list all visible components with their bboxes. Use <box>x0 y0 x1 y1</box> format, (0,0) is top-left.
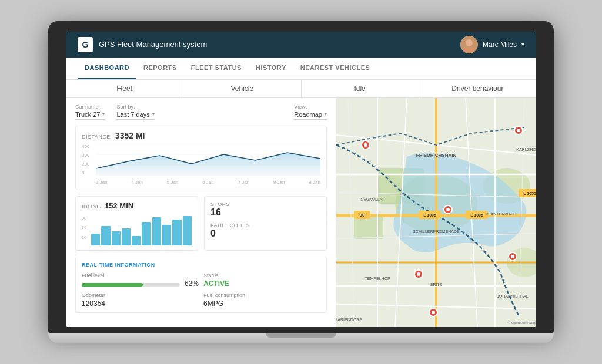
svg-text:NEUKÖLLN: NEUKÖLLN <box>360 197 383 201</box>
chevron-down-icon: ▾ <box>521 41 524 48</box>
tab-vehicle[interactable]: Vehicle <box>183 80 301 97</box>
sort-select[interactable]: Last 7 days ▾ <box>116 111 154 120</box>
status-item: Status ACTIVE <box>203 272 320 288</box>
app-logo: G <box>78 37 93 52</box>
svg-point-37 <box>511 255 514 258</box>
fuel-pct-value: 62% <box>185 279 199 288</box>
odometer-value: 120354 <box>82 299 199 308</box>
avatar <box>460 36 478 53</box>
car-name-filter: Car name: Truck 27 ▾ <box>75 104 105 120</box>
svg-text:96: 96 <box>360 213 365 218</box>
chart-y-labels: 400 300 200 0 <box>82 144 95 176</box>
bar <box>132 236 141 245</box>
svg-text:L 1005: L 1005 <box>423 213 436 217</box>
idling-label: IDLING <box>82 204 101 210</box>
tab-driver-behaviour[interactable]: Driver behaviour <box>419 80 536 97</box>
nav-fleet-status[interactable]: FLEET STATUS <box>184 57 249 79</box>
realtime-section: REAL-TIME INFORMATION Fuel level 62% <box>75 257 327 313</box>
view-value: Roadmap <box>294 111 322 118</box>
fuel-progress-bar <box>82 283 180 287</box>
svg-text:L 1005: L 1005 <box>470 213 483 217</box>
bar <box>172 220 181 245</box>
user-name-label: Marc Miles <box>483 41 517 49</box>
nav-dashboard[interactable]: DASHBOARD <box>78 57 136 79</box>
realtime-title: REAL-TIME INFORMATION <box>82 262 320 268</box>
status-label: Status <box>203 272 320 278</box>
tab-idle[interactable]: Idle <box>302 80 419 97</box>
fault-codes-value: 0 <box>210 228 320 239</box>
fault-codes-label: FAULT CODES <box>210 223 320 228</box>
bar <box>152 217 161 245</box>
map-svg: 96 L 1005 L 1005 L 1055 FRIEDRICHSHAIN <box>336 98 536 327</box>
laptop-container: G GPS Fleet Management system Marc Miles… <box>48 21 554 343</box>
bar <box>112 231 121 245</box>
stats-row: IDLING 152 MIN 30 20 10 <box>75 196 327 251</box>
stops-section: STOPS 16 FAULT CODES 0 <box>204 196 327 251</box>
view-caret-icon: ▾ <box>325 112 327 117</box>
stops-label: STOPS <box>210 201 320 207</box>
svg-text:© OpenStreetMap: © OpenStreetMap <box>508 321 536 325</box>
distance-value: 3352 MI <box>115 131 145 140</box>
stops-item: STOPS 16 <box>210 201 320 218</box>
svg-point-33 <box>446 208 450 211</box>
user-section[interactable]: Marc Miles ▾ <box>460 36 524 53</box>
svg-text:PLANTERWALD: PLANTERWALD <box>486 212 516 216</box>
tab-fleet[interactable]: Fleet <box>66 80 183 97</box>
svg-text:KARLSHORST: KARLSHORST <box>516 147 536 151</box>
sort-label: Sort by: <box>116 104 154 110</box>
idling-value: 152 MIN <box>105 201 133 210</box>
fuel-consumption-value: 6MPG <box>203 299 320 308</box>
status-value: ACTIVE <box>203 279 320 288</box>
chart-svg-area <box>96 144 320 176</box>
svg-point-1 <box>466 39 473 46</box>
svg-point-31 <box>517 129 520 132</box>
bar <box>101 226 110 245</box>
distance-label: DISTANCE <box>82 134 111 140</box>
svg-text:L 1055: L 1055 <box>523 191 536 196</box>
laptop-screen: G GPS Fleet Management system Marc Miles… <box>66 32 536 327</box>
svg-text:SCHILLERPROMENADE: SCHILLERPROMENADE <box>413 230 460 234</box>
odometer-item: Odometer 120354 <box>82 292 199 308</box>
svg-text:JOHANNISTHAL: JOHANNISTHAL <box>497 294 528 298</box>
fuel-consumption-item: Fuel consumption 6MPG <box>203 292 320 308</box>
nav-nearest-vehicles[interactable]: NEAREST VEHICLES <box>293 57 377 79</box>
svg-point-29 <box>364 143 367 147</box>
svg-text:TEMPELHOF: TEMPELHOF <box>365 277 390 281</box>
distance-chart-section: DISTANCE 3352 MI 400 300 200 0 <box>75 126 327 190</box>
left-panel: Car name: Truck 27 ▾ Sort by: Last 7 day… <box>66 98 336 327</box>
car-name-caret-icon: ▾ <box>102 112 105 117</box>
laptop-base <box>48 333 554 343</box>
fuel-progress-fill <box>82 283 143 287</box>
chart-header: DISTANCE 3352 MI <box>82 131 320 140</box>
car-name-value: Truck 27 <box>75 111 100 118</box>
main-content: Car name: Truck 27 ▾ Sort by: Last 7 day… <box>66 98 536 327</box>
app-header: G GPS Fleet Management system Marc Miles… <box>66 32 536 58</box>
view-select[interactable]: Roadmap ▾ <box>294 111 327 120</box>
bar <box>91 234 100 245</box>
app-title: GPS Fleet Management system <box>99 40 460 49</box>
fuel-level-label: Fuel level <box>82 272 199 278</box>
svg-point-35 <box>417 272 420 276</box>
sort-caret-icon: ▾ <box>152 112 155 117</box>
view-label: View: <box>294 104 327 110</box>
nav-reports[interactable]: REPORTS <box>136 57 184 79</box>
svg-text:BRITZ: BRITZ <box>430 282 443 287</box>
sort-filter: Sort by: Last 7 days ▾ <box>116 104 154 120</box>
sub-tabs: Fleet Vehicle Idle Driver behaviour <box>66 80 536 98</box>
car-name-select[interactable]: Truck 27 ▾ <box>75 111 105 120</box>
stops-value: 16 <box>210 207 320 218</box>
view-filter: View: Roadmap ▾ <box>294 104 327 120</box>
bar <box>183 216 192 245</box>
nav-history[interactable]: HISTORY <box>249 57 293 79</box>
map-panel: 96 L 1005 L 1005 L 1055 FRIEDRICHSHAIN <box>336 98 536 327</box>
bar <box>122 228 131 245</box>
fuel-consumption-label: Fuel consumption <box>203 292 320 298</box>
idling-section: IDLING 152 MIN 30 20 10 <box>75 196 198 251</box>
app-nav: DASHBOARD REPORTS FLEET STATUS HISTORY N… <box>66 58 536 80</box>
fault-codes-item: FAULT CODES 0 <box>210 223 320 239</box>
filters-row: Car name: Truck 27 ▾ Sort by: Last 7 day… <box>75 104 327 120</box>
svg-text:MARIENDORF: MARIENDORF <box>336 318 362 322</box>
odometer-label: Odometer <box>82 292 199 298</box>
svg-text:FRIEDRICHSHAIN: FRIEDRICHSHAIN <box>416 153 457 158</box>
chart-x-labels: 3 Jan 4 Jan 5 Jan 6 Jan 7 Jan 8 Jan 9 Ja… <box>96 180 320 185</box>
